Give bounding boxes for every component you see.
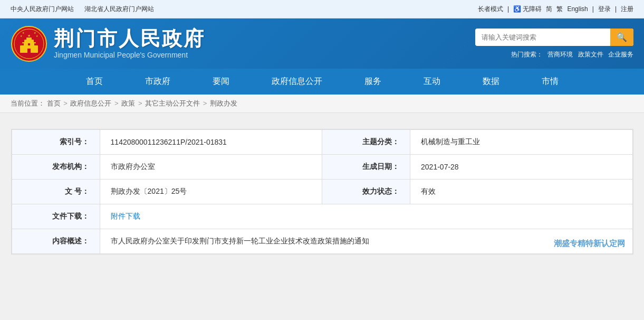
download-label: 文件下载： xyxy=(12,204,100,229)
logo-text: 荆门市人民政府 Jingmen Municipal People's Gover… xyxy=(54,28,205,60)
svg-rect-5 xyxy=(26,37,32,41)
info-table: 索引号： 11420800011236211P/2021-01831 主题分类：… xyxy=(12,129,633,254)
search-box: 🔍 xyxy=(475,29,633,46)
header: ★ ★ ★ ★ ★ 荆门市人民政府 Jingmen Municipal Peop… xyxy=(0,18,644,69)
svg-rect-9 xyxy=(34,43,36,45)
simplified-chinese-link[interactable]: 简 xyxy=(546,5,552,14)
search-button[interactable]: 🔍 xyxy=(610,29,633,46)
breadcrumb-other-public[interactable]: 其它主动公开文件 xyxy=(145,99,200,107)
nav-item-gov[interactable]: 市政府 xyxy=(124,69,191,95)
hubei-gov-link[interactable]: 湖北省人民政府门户网站 xyxy=(84,5,154,14)
svg-text:★: ★ xyxy=(27,34,31,37)
table-row-index: 索引号： 11420800011236211P/2021-01831 主题分类：… xyxy=(12,130,632,155)
date-value: 2021-07-28 xyxy=(410,155,632,180)
hot-term-1[interactable]: 营商环境 xyxy=(547,51,573,58)
theme-label: 主题分类： xyxy=(322,130,410,155)
gov-emblem: ★ ★ ★ ★ ★ xyxy=(11,25,47,62)
table-row-summary: 内容概述： 市人民政府办公室关于印发荆门市支持新一轮工业企业技术改造政策措施的通… xyxy=(12,229,632,254)
status-label: 效力状态： xyxy=(322,180,410,204)
top-bar: 中央人民政府门户网站 湖北省人民政府门户网站 长者模式 | ♿ 无障碍 简 繁 … xyxy=(0,0,644,18)
docnum-value: 荆政办发〔2021〕25号 xyxy=(100,180,322,204)
detail-table-container: 索引号： 11420800011236211P/2021-01831 主题分类：… xyxy=(11,129,633,255)
download-value: 附件下载 xyxy=(100,204,632,229)
table-row-download: 文件下载： 附件下载 xyxy=(12,204,632,229)
index-label: 索引号： xyxy=(12,130,100,155)
table-row-publisher: 发布机构： 市政府办公室 生成日期： 2021-07-28 xyxy=(12,155,632,180)
main-nav: 首页 市政府 要闻 政府信息公开 服务 互动 数据 市情 xyxy=(0,69,644,95)
top-bar-left: 中央人民政府门户网站 湖北省人民政府门户网站 xyxy=(11,5,154,14)
hot-search: 热门搜索： 营商环境 政策文件 企业服务 xyxy=(508,50,633,59)
date-label: 生成日期： xyxy=(322,155,410,180)
traditional-chinese-link[interactable]: 繁 xyxy=(556,5,563,14)
site-subtitle: Jingmen Municipal People's Government xyxy=(54,51,205,59)
accessibility-link[interactable]: ♿ 无障碍 xyxy=(513,5,542,14)
breadcrumb-current: 荆政办发 xyxy=(210,99,237,107)
index-value: 11420800011236211P/2021-01831 xyxy=(100,130,322,155)
svg-rect-8 xyxy=(28,43,30,45)
nav-item-interact[interactable]: 互动 xyxy=(402,69,462,95)
nav-item-service[interactable]: 服务 xyxy=(343,69,402,95)
summary-label: 内容概述： xyxy=(12,229,100,254)
central-gov-link[interactable]: 中央人民政府门户网站 xyxy=(11,5,74,14)
hot-term-3[interactable]: 企业服务 xyxy=(608,51,633,58)
theme-value: 机械制造与重工业 xyxy=(410,130,632,155)
header-right: 🔍 热门搜索： 营商环境 政策文件 企业服务 xyxy=(475,29,633,59)
english-link[interactable]: English xyxy=(567,5,588,13)
summary-value: 市人民政府办公室关于印发荆门市支持新一轮工业企业技术改造政策措施的通知 xyxy=(100,229,632,254)
table-row-docnum: 文 号： 荆政办发〔2021〕25号 效力状态： 有效 xyxy=(12,180,632,204)
docnum-label: 文 号： xyxy=(12,180,100,204)
breadcrumb-policy[interactable]: 政策 xyxy=(121,99,135,107)
elder-mode-link[interactable]: 长者模式 xyxy=(478,5,503,14)
breadcrumb: 当前位置： 首页 > 政府信息公开 > 政策 > 其它主动公开文件 > 荆政办发 xyxy=(0,95,644,113)
header-logo: ★ ★ ★ ★ ★ 荆门市人民政府 Jingmen Municipal Peop… xyxy=(11,25,205,62)
nav-item-city[interactable]: 市情 xyxy=(521,69,580,95)
site-title: 荆门市人民政府 xyxy=(54,28,205,50)
nav-item-news[interactable]: 要闻 xyxy=(191,69,251,95)
attachment-link[interactable]: 附件下载 xyxy=(111,212,140,220)
breadcrumb-gov-info[interactable]: 政府信息公开 xyxy=(70,99,111,107)
publisher-value: 市政府办公室 xyxy=(100,155,322,180)
top-bar-right: 长者模式 | ♿ 无障碍 简 繁 English | 登录 | 注册 xyxy=(478,5,633,14)
status-value: 有效 xyxy=(410,180,632,204)
hot-term-2[interactable]: 政策文件 xyxy=(578,51,603,58)
breadcrumb-prefix: 当前位置： xyxy=(11,99,45,107)
nav-item-home[interactable]: 首页 xyxy=(65,69,124,95)
page-content: 索引号： 11420800011236211P/2021-01831 主题分类：… xyxy=(0,113,644,276)
nav-item-data[interactable]: 数据 xyxy=(462,69,521,95)
breadcrumb-home[interactable]: 首页 xyxy=(47,99,61,107)
search-input[interactable] xyxy=(475,30,610,45)
register-link[interactable]: 注册 xyxy=(621,5,633,14)
nav-item-info[interactable]: 政府信息公开 xyxy=(251,69,343,95)
accessibility-icon: ♿ xyxy=(513,5,521,13)
svg-rect-7 xyxy=(22,43,24,45)
login-link[interactable]: 登录 xyxy=(598,5,611,14)
hot-search-label: 热门搜索： xyxy=(511,51,543,58)
svg-rect-6 xyxy=(27,49,31,53)
publisher-label: 发布机构： xyxy=(12,155,100,180)
